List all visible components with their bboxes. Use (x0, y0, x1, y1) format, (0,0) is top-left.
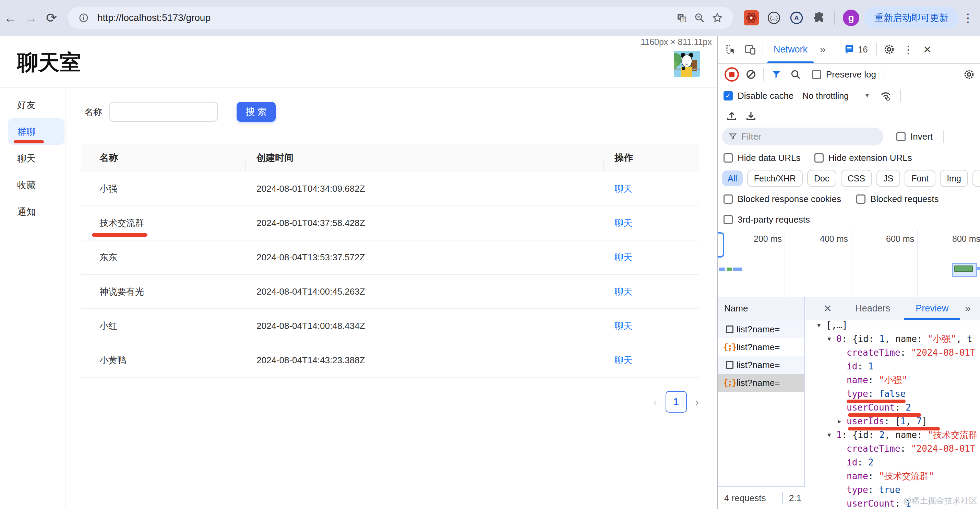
request-row-1[interactable]: list?name= (718, 320, 804, 338)
filter-chip-fetchxhr[interactable]: Fetch/XHR (747, 170, 803, 187)
forward-icon[interactable]: → (21, 11, 41, 25)
preserve-log-checkbox[interactable] (812, 70, 821, 79)
chat-link[interactable]: 聊天 (614, 252, 632, 262)
tab-headers[interactable]: Headers (853, 297, 892, 320)
chat-link[interactable]: 聊天 (614, 183, 632, 194)
filter-chip-js[interactable]: JS (877, 170, 900, 187)
throttling-select[interactable]: No throttling ▼ (802, 91, 870, 101)
pagination-page-1[interactable]: 1 (665, 391, 687, 413)
zoom-out-page-icon[interactable] (690, 12, 708, 23)
axe-a11y-extension-icon[interactable]: A (785, 11, 808, 25)
braces-extension-icon[interactable]: {…} (763, 11, 785, 25)
close-detail-icon[interactable]: ✕ (823, 302, 832, 315)
filter-input[interactable]: Filter (722, 127, 883, 145)
filter-chip-all[interactable]: All (722, 170, 743, 186)
group-name: 小黄鸭 (99, 354, 126, 366)
update-restart-button[interactable]: 重新启动即可更新 (864, 7, 959, 29)
disable-cache-label: Disable cache (738, 91, 794, 101)
user-avatar-image[interactable] (674, 51, 700, 77)
reload-icon[interactable]: ⟳ (41, 10, 62, 25)
hide-extension-urls-checkbox[interactable] (815, 153, 824, 162)
json-tree-line[interactable]: ▼0: {id: 1, name: "小强", t (805, 332, 980, 346)
page-title: 聊天室 (17, 48, 81, 77)
filter-chip-doc[interactable]: Doc (807, 170, 836, 187)
url-text[interactable]: http://localhost:5173/group (97, 12, 673, 23)
chrome-menu-icon[interactable]: ⋮ (962, 11, 974, 25)
expanded-arrow-icon[interactable]: ▼ (817, 320, 821, 332)
site-info-icon[interactable] (75, 13, 92, 23)
profile-avatar[interactable]: g (843, 10, 859, 26)
inspect-element-icon[interactable] (721, 43, 741, 56)
group-name: 小强 (99, 183, 117, 195)
chat-link[interactable]: 聊天 (614, 355, 632, 365)
more-tabs-icon[interactable]: » (815, 44, 830, 55)
filter-chip-img[interactable]: Img (940, 170, 968, 187)
json-tree-line[interactable]: ▼[,…] (805, 320, 980, 332)
pagination-next-icon[interactable]: › (695, 395, 699, 409)
devtools-settings-icon[interactable] (880, 44, 899, 55)
network-conditions-icon[interactable] (876, 89, 895, 102)
json-tree-line[interactable]: ▼1: {id: 2, name: "技术交流群 (805, 428, 980, 442)
throttling-value: No throttling (802, 91, 849, 101)
json-tree-line: type: true (805, 483, 980, 497)
tab-network[interactable]: Network (766, 36, 815, 63)
request-row-4[interactable]: {;}list?name= (718, 374, 804, 392)
export-har-icon[interactable] (722, 110, 741, 122)
sidebar-item-1[interactable]: 好友 (0, 92, 65, 118)
request-row-2[interactable]: {;}list?name= (718, 338, 804, 356)
browser-toolbar: ← → ⟳ http://localhost:5173/group G文 {…}… (0, 0, 980, 37)
pagination: ‹ 1 › (81, 391, 699, 413)
blocked-requests-checkbox[interactable] (856, 194, 865, 204)
address-bar[interactable]: http://localhost:5173/group G文 (68, 7, 733, 29)
chat-link[interactable]: 聊天 (614, 321, 632, 331)
expanded-arrow-icon[interactable]: ▼ (827, 332, 831, 346)
blocked-response-cookies-checkbox[interactable] (724, 194, 733, 204)
device-toolbar-icon[interactable] (741, 43, 760, 56)
filter-chip-font[interactable]: Font (905, 170, 935, 187)
sidebar-item-3[interactable]: 聊天 (0, 145, 65, 172)
chat-link[interactable]: 聊天 (614, 286, 632, 297)
network-settings-gear-icon[interactable] (959, 68, 978, 80)
sidebar-item-5[interactable]: 通知 (0, 199, 65, 225)
search-button[interactable]: 搜 索 (237, 102, 276, 122)
invert-checkbox[interactable] (896, 132, 905, 141)
column-header-action: 操作 (604, 152, 699, 164)
third-party-requests-checkbox[interactable] (724, 215, 733, 224)
search-network-icon[interactable] (786, 69, 805, 80)
clear-network-log-icon[interactable] (741, 69, 760, 80)
network-overview-timeline[interactable]: 200 ms400 ms600 ms800 ms (718, 230, 980, 298)
disable-cache-checkbox[interactable]: ✓ (724, 91, 733, 100)
pagination-prev-icon[interactable]: ‹ (653, 395, 657, 409)
filter-chip-m[interactable]: M (972, 170, 980, 187)
translate-icon[interactable]: G文 (673, 12, 690, 23)
json-tree-line: id: 2 (805, 455, 980, 469)
json-tree-line[interactable]: ▶userIds: [1, 7] (805, 414, 980, 428)
search-field-label: 名称 (84, 106, 102, 118)
import-har-icon[interactable] (741, 110, 760, 122)
devtools-close-icon[interactable]: ✕ (918, 44, 937, 56)
record-network-log-icon[interactable] (722, 67, 741, 82)
back-icon[interactable]: ← (0, 11, 21, 25)
request-list-header[interactable]: Name (718, 297, 804, 320)
request-row-3[interactable]: list?name= (718, 356, 804, 374)
extensions-puzzle-icon[interactable] (808, 11, 830, 25)
preview-json-tree: ▼[,…]▼0: {id: 1, name: "小强", tcreateTime… (805, 320, 980, 509)
sidebar-item-4[interactable]: 收藏 (0, 172, 65, 199)
name-search-input[interactable] (110, 102, 218, 122)
filter-chip-css[interactable]: CSS (841, 170, 872, 187)
network-toolbar: Preserve log (718, 64, 980, 85)
more-detail-tabs-icon[interactable]: » (960, 302, 975, 314)
expanded-arrow-icon[interactable]: ▼ (827, 428, 831, 442)
create-time: 2024-08-04T14:00:45.263Z (245, 286, 604, 297)
tab-preview[interactable]: Preview (913, 297, 950, 320)
collapsed-arrow-icon[interactable]: ▶ (838, 414, 841, 428)
filter-toggle-icon[interactable] (767, 69, 786, 80)
hide-data-urls-checkbox[interactable] (724, 153, 733, 162)
devtools-menu-icon[interactable]: ⋮ (899, 44, 918, 56)
preserve-log-label: Preserve log (826, 69, 876, 80)
sidebar-item-2[interactable]: 群聊 (8, 118, 64, 145)
issues-counter[interactable]: 16 (844, 44, 868, 55)
react-devtools-extension-icon[interactable] (740, 10, 763, 25)
chat-link[interactable]: 聊天 (614, 218, 632, 228)
bookmark-star-icon[interactable] (708, 12, 726, 24)
